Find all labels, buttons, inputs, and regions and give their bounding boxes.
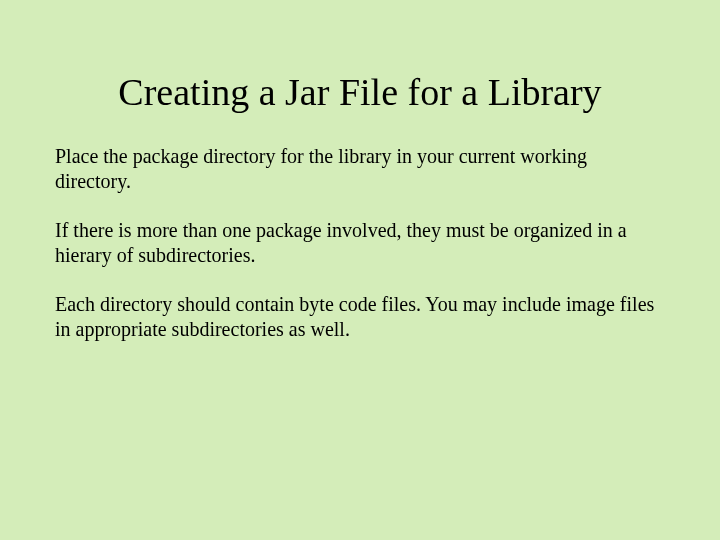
slide-paragraph: Each directory should contain byte code … <box>55 292 665 342</box>
slide-paragraph: Place the package directory for the libr… <box>55 144 665 194</box>
slide-paragraph: If there is more than one package involv… <box>55 218 665 268</box>
slide-title: Creating a Jar File for a Library <box>50 70 670 114</box>
slide-body: Place the package directory for the libr… <box>50 144 670 342</box>
